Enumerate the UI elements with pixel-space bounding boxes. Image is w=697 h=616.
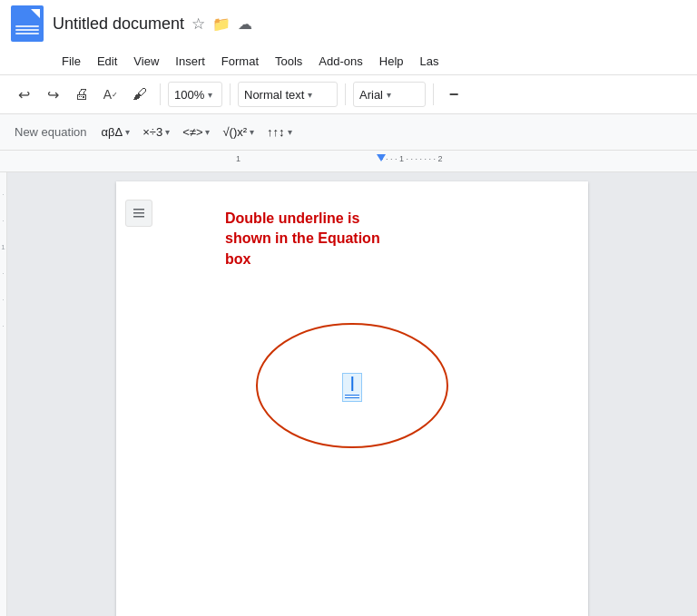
ruler-tick-h-1: ·: [2, 191, 4, 199]
eq-misc-arrow: ▾: [250, 127, 254, 137]
vertical-ruler: · · 1 · · ·: [0, 172, 7, 616]
menu-tools[interactable]: Tools: [268, 52, 309, 71]
svg-rect-2: [133, 216, 144, 218]
equation-label: New equation: [15, 125, 87, 139]
ruler-tick-h-5: ·: [2, 296, 4, 304]
ruler-tick-0: 1: [236, 154, 241, 163]
ruler-marker[interactable]: [377, 154, 386, 161]
eq-ops-label: ×÷3: [142, 125, 162, 139]
paint-format-button[interactable]: 🖌: [127, 82, 152, 107]
style-value: Normal text: [244, 88, 304, 102]
style-dropdown-arrow: ▾: [308, 90, 312, 100]
zoom-dropdown[interactable]: 100% ▾: [168, 82, 222, 107]
equation-bar: New equation αβΔ ▾ ×÷3 ▾ <≠> ▾ √()x² ▾ ↑…: [0, 114, 697, 151]
eq-arrows-button[interactable]: ↑↑↕ ▾: [261, 122, 298, 142]
menu-help[interactable]: Help: [372, 52, 411, 71]
main-area: · · 1 · · · Double underline is show: [0, 172, 697, 616]
eq-arrows-label: ↑↑↕: [267, 125, 285, 139]
eq-rel-button[interactable]: <≠> ▾: [177, 122, 215, 142]
toolbar-separator-2: [230, 83, 231, 105]
eq-greek-arrow: ▾: [125, 127, 130, 137]
equation-cursor: [351, 376, 353, 391]
annotation-text: Double underline is shown in the Equatio…: [225, 209, 407, 269]
menu-view[interactable]: View: [126, 52, 166, 71]
star-icon[interactable]: ☆: [191, 15, 205, 34]
menu-bar: File Edit View Insert Format Tools Add-o…: [0, 47, 697, 74]
list-icon[interactable]: [125, 200, 152, 227]
font-size-decrease-button[interactable]: −: [441, 82, 466, 107]
redo-button[interactable]: ↪: [40, 82, 65, 107]
print-button[interactable]: 🖨: [69, 82, 94, 107]
zoom-value: 100%: [174, 88, 204, 102]
equation-oval-container: [252, 318, 452, 457]
zoom-dropdown-arrow: ▾: [208, 90, 212, 100]
menu-edit[interactable]: Edit: [90, 52, 124, 71]
eq-greek-button[interactable]: αβΔ ▾: [96, 122, 136, 142]
cloud-icon[interactable]: ☁: [238, 15, 252, 33]
svg-rect-0: [133, 209, 144, 210]
ruler-tick-h-2: ·: [2, 217, 4, 225]
eq-ops-arrow: ▾: [165, 127, 170, 137]
undo-button[interactable]: ↩: [11, 82, 36, 107]
equation-box-wrapper: [342, 373, 362, 402]
menu-last[interactable]: Las: [413, 52, 447, 71]
font-dropdown[interactable]: Arial ▾: [353, 82, 426, 107]
ruler-tick-h-3: 1: [1, 243, 5, 251]
font-dropdown-arrow: ▾: [387, 90, 391, 100]
svg-rect-1: [133, 212, 144, 214]
toolbar: ↩ ↪ 🖨 A✓ 🖌 100% ▾ Normal text ▾ Arial ▾ …: [0, 74, 697, 114]
eq-rel-label: <≠>: [182, 125, 202, 139]
folder-add-icon[interactable]: 📁: [212, 15, 231, 33]
eq-arrows-arrow: ▾: [288, 127, 292, 137]
menu-insert[interactable]: Insert: [168, 52, 212, 71]
toolbar-separator-3: [345, 83, 346, 105]
font-value: Arial: [359, 88, 383, 102]
toolbar-separator-1: [160, 83, 161, 105]
document-title[interactable]: Untitled document: [53, 15, 184, 34]
ruler-tick-h-4: ·: [2, 269, 4, 278]
toolbar-separator-4: [433, 83, 434, 105]
menu-addons[interactable]: Add-ons: [311, 52, 369, 71]
title-bar: Untitled document ☆ 📁 ☁: [0, 0, 697, 47]
eq-rel-arrow: ▾: [205, 127, 210, 137]
doc-icon: [11, 5, 44, 42]
title-icons: ☆ 📁 ☁: [191, 15, 252, 34]
eq-misc-button[interactable]: √()x² ▾: [217, 122, 260, 142]
eq-ops-button[interactable]: ×÷3 ▾: [137, 122, 175, 142]
eq-greek-label: αβΔ: [102, 125, 123, 139]
eq-misc-label: √()x²: [222, 125, 247, 139]
ruler: 1 · · · · 1 · · · · · · · 2: [0, 151, 697, 172]
content-area: Double underline is shown in the Equatio…: [7, 172, 697, 616]
menu-format[interactable]: Format: [214, 52, 266, 71]
ruler-tick-1: · · · · 1 · · · · · · · 2: [381, 154, 443, 163]
equation-box[interactable]: [342, 373, 362, 402]
ruler-tick-h-6: ·: [2, 322, 4, 330]
style-dropdown[interactable]: Normal text ▾: [238, 82, 338, 107]
spellcheck-button[interactable]: A✓: [98, 82, 123, 107]
equation-double-underline: [345, 395, 359, 398]
menu-file[interactable]: File: [54, 52, 88, 71]
